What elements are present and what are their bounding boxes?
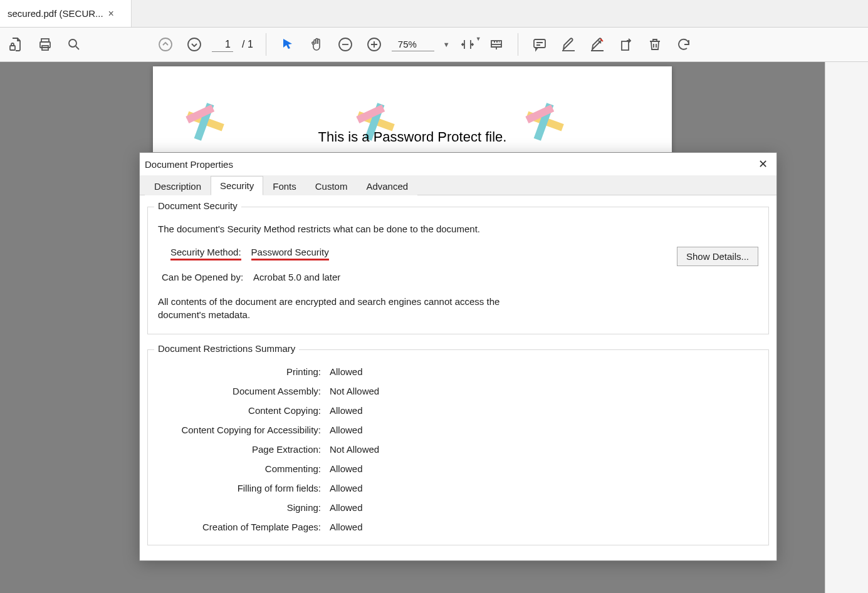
highlight-icon[interactable]	[557, 33, 580, 56]
svg-rect-11	[622, 41, 629, 50]
undo-icon[interactable]	[672, 33, 695, 56]
file-lock-icon[interactable]	[5, 33, 28, 56]
zoom-out-icon[interactable]	[334, 33, 357, 56]
document-security-fieldset: Document Security The document's Securit…	[147, 207, 769, 334]
select-tool-icon[interactable]	[276, 33, 299, 56]
restriction-value: Not Allowed	[330, 386, 758, 396]
restriction-value: Allowed	[330, 502, 758, 513]
page-up-icon[interactable]	[154, 33, 177, 56]
zoom-value[interactable]: 75%	[392, 38, 434, 51]
comment-icon[interactable]	[528, 33, 551, 56]
restriction-label: Document Assembly:	[158, 386, 321, 396]
toolbar-separator	[266, 33, 266, 56]
tab-advanced[interactable]: Advanced	[357, 177, 417, 195]
restriction-label: Content Copying for Accessibility:	[158, 425, 321, 435]
page-down-icon[interactable]	[183, 33, 206, 56]
restriction-label: Page Extraction:	[158, 444, 321, 455]
tab-security[interactable]: Security	[211, 176, 263, 195]
page-number-input[interactable]	[212, 38, 233, 52]
erase-icon[interactable]	[586, 33, 609, 56]
close-icon[interactable]: ✕	[755, 157, 770, 171]
tab-description[interactable]: Description	[145, 177, 211, 195]
document-properties-dialog: Document Properties ✕ Description Securi…	[139, 152, 777, 561]
tab-bar: secured.pdf (SECUR... ×	[0, 0, 868, 28]
zoom-in-icon[interactable]	[363, 33, 385, 56]
hand-tool-icon[interactable]	[305, 33, 328, 56]
restriction-label: Filling of form fields:	[158, 483, 321, 493]
svg-point-6	[188, 38, 201, 51]
svg-rect-0	[10, 46, 15, 50]
restrictions-fieldset: Document Restrictions Summary Printing: …	[147, 349, 769, 545]
tab-fonts[interactable]: Fonts	[263, 177, 306, 195]
restriction-value: Allowed	[330, 522, 758, 532]
file-tab[interactable]: secured.pdf (SECUR... ×	[0, 0, 132, 27]
dialog-title-bar[interactable]: Document Properties ✕	[140, 153, 776, 175]
security-description: The document's Security Method restricts…	[158, 224, 758, 234]
close-tab-icon[interactable]: ×	[108, 8, 114, 19]
print-icon[interactable]	[34, 33, 56, 56]
fieldset-legend: Document Security	[154, 200, 241, 211]
rotate-page-icon[interactable]	[615, 33, 637, 56]
svg-point-5	[159, 38, 172, 51]
restriction-label: Printing:	[158, 366, 321, 377]
opened-by-label: Can be Opened by:	[162, 272, 243, 282]
restriction-value: Allowed	[330, 483, 758, 493]
security-note: All contents of the document are encrypt…	[158, 295, 534, 321]
restriction-value: Allowed	[330, 405, 758, 416]
restriction-value: Not Allowed	[330, 444, 758, 455]
security-method-label: Security Method:	[170, 247, 241, 260]
tab-title: secured.pdf (SECUR...	[8, 8, 103, 19]
dialog-tabs: Description Security Fonts Custom Advanc…	[140, 175, 776, 195]
page-total-label: / 1	[239, 39, 256, 50]
toolbar-separator	[518, 33, 518, 56]
dialog-title: Document Properties	[145, 159, 233, 170]
page-content-text: This is a Password Protect file.	[153, 129, 672, 145]
restriction-label: Signing:	[158, 502, 321, 513]
restriction-value: Allowed	[330, 463, 758, 474]
zoom-dropdown-icon[interactable]: ▼	[437, 41, 450, 48]
fieldset-legend: Document Restrictions Summary	[154, 343, 299, 354]
restriction-value: Allowed	[330, 425, 758, 435]
svg-rect-10	[534, 39, 545, 48]
restriction-label: Commenting:	[158, 463, 321, 474]
restriction-label: Creation of Template Pages:	[158, 522, 321, 532]
restrictions-grid: Printing: Allowed Document Assembly: Not…	[158, 360, 758, 532]
toolbar: / 1 75% ▼ ▼	[0, 28, 868, 62]
search-icon[interactable]	[63, 33, 85, 56]
svg-point-4	[69, 39, 76, 47]
svg-rect-9	[491, 41, 501, 44]
security-method-value: Password Security	[251, 247, 329, 260]
fit-width-icon[interactable]: ▼	[456, 33, 479, 56]
restriction-value: Allowed	[330, 366, 758, 377]
typewriter-icon[interactable]	[485, 33, 508, 56]
side-panel	[825, 62, 868, 593]
dialog-body: Document Security The document's Securit…	[140, 195, 776, 560]
delete-icon[interactable]	[644, 33, 666, 56]
opened-by-value: Acrobat 5.0 and later	[253, 272, 340, 282]
show-details-button[interactable]: Show Details...	[677, 247, 758, 266]
tab-custom[interactable]: Custom	[306, 177, 357, 195]
restriction-label: Content Copying:	[158, 405, 321, 416]
